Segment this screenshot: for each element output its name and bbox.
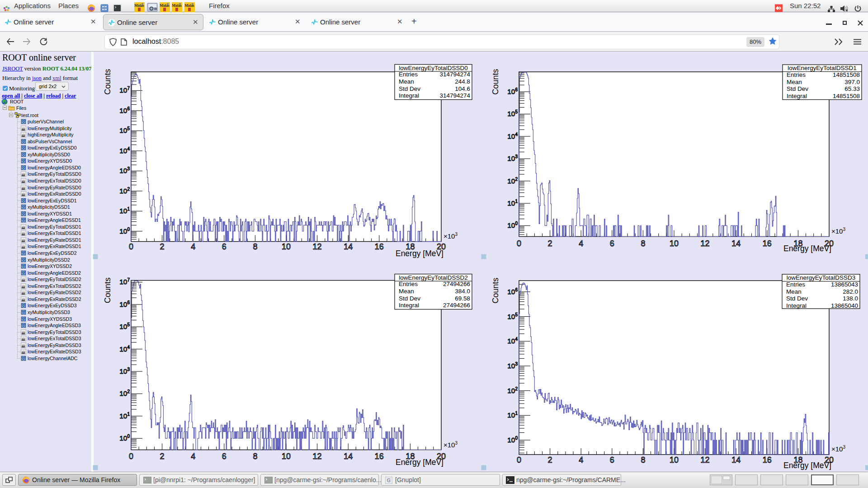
svg-text:13865040: 13865040 (831, 302, 858, 309)
svg-text:Energy [MeV]: Energy [MeV] (783, 461, 831, 470)
svg-text:×103: ×103 (443, 441, 458, 449)
svg-text:16: 16 (375, 452, 384, 461)
svg-text:Mean: Mean (786, 288, 802, 295)
svg-text:lowEnergyEyTotalDSSD2: lowEnergyEyTotalDSSD2 (399, 274, 467, 281)
svg-text:100: 100 (119, 227, 130, 235)
svg-text:Entries: Entries (787, 71, 806, 78)
svg-text:106: 106 (119, 106, 130, 114)
svg-text:101: 101 (119, 206, 130, 215)
svg-text:12: 12 (701, 455, 710, 465)
svg-text:27494266: 27494266 (443, 281, 470, 287)
svg-text:104: 104 (119, 146, 130, 155)
svg-text:69.58: 69.58 (455, 295, 470, 302)
svg-text:105: 105 (119, 126, 130, 134)
svg-text:0: 0 (129, 242, 133, 251)
svg-text:Mean: Mean (399, 288, 414, 295)
svg-text:100: 100 (507, 221, 518, 229)
svg-text:14: 14 (344, 242, 353, 251)
svg-text:107: 107 (119, 86, 130, 94)
svg-text:103: 103 (119, 367, 130, 375)
svg-text:105: 105 (507, 109, 518, 117)
svg-text:Std Dev: Std Dev (786, 295, 808, 302)
svg-text:Entries: Entries (786, 281, 805, 288)
svg-text:397.0: 397.0 (844, 79, 860, 85)
svg-text:14851508: 14851508 (833, 93, 860, 99)
svg-text:100: 100 (119, 434, 130, 442)
svg-text:102: 102 (507, 177, 518, 185)
svg-text:103: 103 (507, 361, 518, 370)
svg-text:2: 2 (160, 242, 165, 251)
svg-text:6: 6 (610, 239, 614, 248)
svg-text:314794274: 314794274 (439, 92, 470, 99)
svg-text:Std Dev: Std Dev (787, 85, 808, 92)
svg-text:282.0: 282.0 (843, 288, 858, 295)
svg-text:8: 8 (641, 455, 645, 465)
svg-text:Energy [MeV]: Energy [MeV] (396, 458, 443, 467)
svg-text:2: 2 (160, 452, 165, 461)
svg-text:0: 0 (517, 455, 521, 465)
svg-text:101: 101 (507, 199, 518, 207)
svg-text:13865043: 13865043 (831, 281, 858, 288)
svg-text:14851508: 14851508 (833, 71, 860, 78)
svg-text:104: 104 (507, 132, 518, 140)
svg-text:6: 6 (610, 455, 614, 465)
svg-text:Std Dev: Std Dev (399, 295, 420, 302)
svg-text:102: 102 (119, 187, 130, 195)
svg-text:14: 14 (344, 452, 353, 461)
svg-text:6: 6 (222, 242, 226, 251)
svg-text:102: 102 (507, 386, 518, 394)
svg-text:16: 16 (763, 455, 772, 465)
svg-text:107: 107 (119, 277, 130, 286)
svg-text:14: 14 (731, 455, 741, 465)
svg-text:0: 0 (517, 239, 521, 248)
svg-text:16: 16 (375, 242, 384, 251)
svg-text:×103: ×103 (831, 445, 845, 453)
svg-text:lowEnergyEyTotalDSSD0: lowEnergyEyTotalDSSD0 (399, 65, 467, 71)
svg-text:0: 0 (129, 452, 133, 461)
svg-text:314794274: 314794274 (439, 71, 470, 78)
svg-text:12: 12 (313, 242, 322, 251)
svg-text:102: 102 (119, 389, 130, 397)
svg-text:104.6: 104.6 (455, 85, 470, 92)
svg-text:101: 101 (507, 411, 518, 419)
svg-text:103: 103 (507, 154, 518, 162)
svg-text:8: 8 (253, 452, 257, 461)
svg-text:384.0: 384.0 (455, 288, 470, 295)
svg-text:10: 10 (282, 452, 291, 461)
svg-text:Integral: Integral (399, 92, 419, 99)
svg-text:×103: ×103 (443, 232, 458, 240)
svg-text:Counts: Counts (103, 277, 112, 303)
svg-text:lowEnergyEyTotalDSSD3: lowEnergyEyTotalDSSD3 (787, 274, 855, 281)
svg-text:10: 10 (282, 242, 291, 251)
svg-text:10: 10 (670, 239, 679, 248)
svg-text:14: 14 (731, 239, 741, 248)
svg-text:Mean: Mean (399, 78, 414, 85)
svg-text:104: 104 (507, 337, 518, 345)
svg-text:8: 8 (641, 239, 645, 248)
svg-text:Integral: Integral (399, 302, 419, 309)
svg-text:244.8: 244.8 (455, 78, 470, 85)
svg-text:Counts: Counts (491, 277, 500, 303)
svg-text:8: 8 (253, 242, 257, 251)
svg-text:106: 106 (119, 300, 130, 308)
svg-text:Mean: Mean (787, 79, 802, 85)
svg-text:65.33: 65.33 (844, 85, 860, 92)
svg-text:Std Dev: Std Dev (399, 85, 420, 92)
svg-text:105: 105 (507, 312, 518, 320)
svg-text:103: 103 (119, 166, 130, 174)
svg-text:106: 106 (507, 287, 518, 296)
svg-text:Energy [MeV]: Energy [MeV] (396, 249, 443, 258)
svg-text:10: 10 (670, 455, 679, 465)
svg-text:2: 2 (548, 455, 552, 465)
svg-text:104: 104 (119, 345, 130, 353)
svg-text:Counts: Counts (491, 69, 500, 94)
svg-text:6: 6 (222, 452, 226, 461)
svg-text:106: 106 (507, 87, 518, 95)
svg-text:101: 101 (119, 412, 130, 420)
svg-text:×103: ×103 (831, 227, 845, 235)
svg-text:12: 12 (313, 452, 322, 461)
svg-text:12: 12 (701, 239, 710, 248)
svg-text:Counts: Counts (103, 69, 112, 94)
svg-text:2: 2 (548, 239, 552, 248)
svg-text:4: 4 (579, 455, 583, 465)
